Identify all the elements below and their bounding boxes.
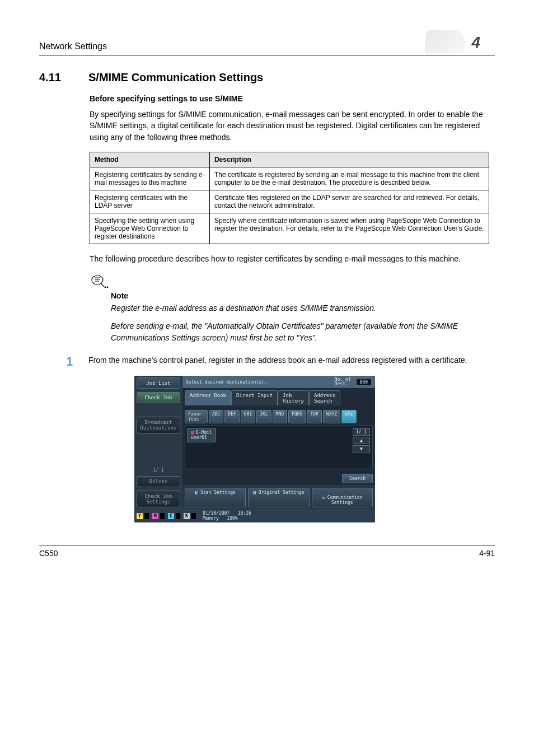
dest-count-value: 000 (356, 379, 372, 386)
status-time: 10:26 (238, 511, 251, 516)
tab-address-search[interactable]: Address Search (309, 390, 340, 405)
check-job-settings-button[interactable]: Check Job Settings (137, 491, 180, 507)
footer-model: C550 (39, 549, 58, 558)
comm-icon: ✉ (322, 495, 327, 500)
after-table-paragraph: The following procedure describes how to… (90, 253, 489, 264)
broadcast-destinations-button[interactable]: Broadcast Destinations (137, 417, 180, 433)
job-list-tab[interactable]: Job List (137, 377, 180, 389)
destination-list: E-Mail user01 1/ 1 ▲ ▼ (185, 426, 373, 469)
header-section-label: Network Settings (39, 41, 107, 52)
cell-desc: Specify where certificate information is… (209, 213, 489, 244)
key-def[interactable]: DEF (224, 410, 239, 423)
table-row: Registering certificates with the LDAP s… (90, 190, 489, 213)
dest-count-label: No. of Dest. (335, 377, 351, 386)
communication-settings-button[interactable]: ✉ Communication Settings (312, 488, 373, 507)
svg-point-4 (105, 287, 106, 288)
table-header-description: Description (209, 152, 489, 167)
tab-address-book[interactable]: Address Book (185, 390, 231, 405)
toner-k-level (191, 513, 196, 519)
email-icon (191, 431, 194, 435)
original-settings-button[interactable]: ▤ Original Settings (248, 488, 309, 507)
entry-name: user01 (191, 435, 207, 440)
chapter-number: 4 (471, 34, 495, 52)
table-header-method: Method (90, 152, 210, 167)
key-tuv[interactable]: TUV (307, 410, 321, 423)
page-up-button[interactable]: ▲ (353, 437, 370, 444)
page-down-button[interactable]: ▼ (353, 445, 370, 452)
key-abc[interactable]: ABC (209, 410, 223, 423)
key-mno[interactable]: MNO (273, 410, 287, 423)
toner-y-icon: Y (137, 513, 143, 519)
key-pqrs[interactable]: PQRS (288, 410, 306, 423)
intro-paragraph: By specifying settings for S/MIME commun… (90, 109, 489, 143)
communication-settings-label: Communication Settings (327, 495, 363, 505)
toner-c-level (176, 513, 180, 519)
control-panel-screenshot: Job List Check Job Broadcast Destination… (134, 376, 375, 522)
panel-sidebar: Job List Check Job Broadcast Destination… (134, 376, 182, 509)
destination-entry-user01[interactable]: E-Mail user01 (187, 428, 216, 442)
original-settings-label: Original Settings (259, 490, 305, 495)
status-date: 01/18/2007 (203, 511, 229, 516)
footer-page-number: 4-91 (479, 549, 495, 558)
table-row: Registering certificates by sending e-ma… (90, 167, 489, 190)
delete-button[interactable]: Delete (137, 476, 180, 487)
cell-method: Specifying the setting when using PageSc… (90, 213, 210, 244)
tab-direct-input[interactable]: Direct Input (231, 390, 278, 405)
note-icon (90, 273, 109, 289)
key-jkl[interactable]: JKL (256, 410, 271, 423)
step-1-text: From the machine's control panel, regist… (88, 354, 467, 366)
cell-desc: The certificate is registered by sending… (209, 167, 489, 190)
original-icon: ▤ (253, 490, 259, 495)
entry-type: E-Mail (196, 430, 212, 435)
toner-m-level (160, 513, 165, 519)
table-row: Specifying the setting when using PageSc… (90, 213, 489, 244)
cell-method: Registering certificates by sending e-ma… (90, 167, 210, 190)
subheading-before-specifying: Before specifying settings to use S/MIME (90, 94, 489, 103)
scan-icon: ◧ (195, 490, 201, 495)
status-memory-label: Memory (203, 516, 219, 521)
cell-desc: Certificate files registered on the LDAP… (209, 190, 489, 213)
step-number-1: 1 (66, 354, 77, 369)
section-number: 4.11 (39, 71, 78, 84)
topbar-prompt: Select desired destination(s). (186, 380, 267, 385)
key-ghi[interactable]: GHI (241, 410, 255, 423)
sidebar-page-indicator: 1/ 1 (137, 468, 180, 473)
scan-settings-label: Scan Settings (200, 490, 236, 495)
svg-point-0 (92, 276, 103, 284)
list-page-indicator: 1/ 1 (353, 428, 370, 436)
toner-y-level (144, 513, 149, 519)
note-heading: Note (111, 291, 489, 300)
check-job-button[interactable]: Check Job (137, 392, 180, 403)
alpha-filter-row: Favor- ites ABC DEF GHI JKL MNO PQRS TUV… (185, 410, 373, 423)
svg-point-5 (107, 287, 109, 288)
scan-settings-button[interactable]: ◧ Scan Settings (185, 488, 246, 507)
panel-topbar: Select desired destination(s). No. of De… (182, 376, 375, 388)
key-wxyz[interactable]: WXYZ (323, 410, 340, 423)
section-title: S/MIME Communication Settings (88, 71, 263, 84)
note-paragraph-1: Register the e-mail address as a destina… (111, 302, 489, 314)
cell-method: Registering certificates with the LDAP s… (90, 190, 210, 213)
key-etc[interactable]: etc (341, 410, 356, 423)
toner-k-icon: K (184, 513, 190, 519)
tab-job-history[interactable]: Job History (278, 390, 309, 405)
search-button[interactable]: Search (342, 474, 373, 483)
status-memory-value: 100% (227, 516, 237, 521)
key-favorites[interactable]: Favor- ites (185, 410, 208, 423)
note-paragraph-2: Before sending e-mail, the "Automaticall… (111, 320, 489, 343)
panel-status-bar: Y M C K 01/18/2007 10:26 Memory 100% (134, 509, 375, 522)
methods-table: Method Description Registering certifica… (90, 152, 489, 244)
toner-m-icon: M (152, 513, 158, 519)
toner-c-icon: C (168, 513, 174, 519)
